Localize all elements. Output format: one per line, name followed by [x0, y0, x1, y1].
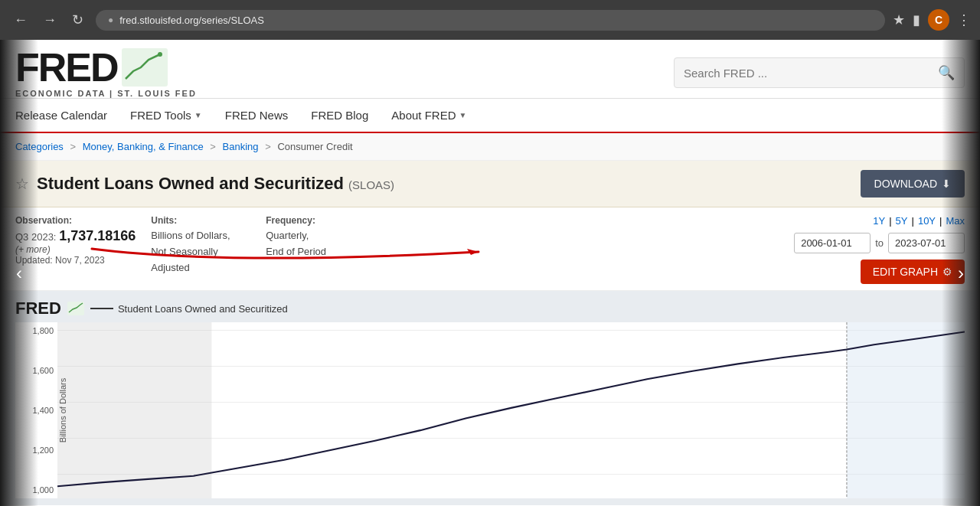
- nav-label-release-calendar: Release Calendar: [15, 109, 107, 122]
- fred-tools-dropdown-arrow: ▼: [194, 111, 202, 119]
- frequency-label: Frequency:: [266, 215, 358, 226]
- chart-svg: [57, 322, 965, 498]
- chart-y-axis: 1,800 1,600 1,400 1,200 1,000: [15, 322, 57, 498]
- url-text: fred.stlouisfed.org/series/SLOAS: [119, 15, 264, 26]
- nav-label-about-fred: About FRED: [391, 109, 456, 122]
- browser-chrome: ← → ↻ ● fred.stlouisfed.org/series/SLOAS…: [0, 0, 980, 40]
- chart-section: FRED Student Loans Owned and Securitized…: [0, 291, 980, 505]
- chart-legend: Student Loans Owned and Securitized: [90, 303, 288, 315]
- svg-rect-8: [57, 322, 211, 498]
- address-icon: ●: [108, 15, 113, 25]
- date-range-max[interactable]: Max: [946, 215, 965, 227]
- y-label-1400: 1,400: [19, 406, 54, 415]
- breadcrumb-money-banking[interactable]: Money, Banking, & Finance: [83, 141, 204, 152]
- breadcrumb: Categories > Money, Banking, & Finance >…: [0, 133, 980, 161]
- frequency-block: Frequency: Quarterly, End of Period: [266, 215, 373, 260]
- y-label-1800: 1,800: [19, 326, 54, 335]
- legend-line: [90, 308, 113, 309]
- series-header: ☆ Student Loans Owned and Securitized (S…: [0, 161, 980, 207]
- chart-logo-icon: [67, 302, 84, 315]
- frequency-value: Quarterly, End of Period: [266, 228, 358, 260]
- reload-button[interactable]: ↻: [67, 10, 88, 30]
- y-axis-title: Billions of Dollars: [58, 378, 67, 442]
- fred-chart-icon: [122, 48, 168, 87]
- fred-subtitle: ECONOMIC DATA | ST. LOUIS FED: [15, 89, 197, 98]
- breadcrumb-categories[interactable]: Categories: [15, 141, 64, 152]
- browser-nav-buttons: ← → ↻: [9, 10, 88, 30]
- fred-logo-area: FRED ECONOMIC DATA | ST. LOUIS FED: [15, 47, 197, 98]
- chart-area: 1,800 1,600 1,400 1,200 1,000 Billions o…: [15, 322, 965, 498]
- date-to-label: to: [875, 237, 884, 249]
- page-wrapper: ‹ FRED ECONOMIC DATA | ST. LOUIS FED 🔍: [0, 40, 980, 506]
- nav-label-fred-news: FRED News: [225, 109, 289, 122]
- back-button[interactable]: ←: [9, 11, 32, 30]
- about-fred-dropdown-arrow: ▼: [459, 111, 466, 119]
- date-range-10y[interactable]: 10Y: [918, 215, 936, 227]
- forward-button[interactable]: →: [38, 11, 61, 30]
- right-nav-arrow[interactable]: ›: [942, 235, 980, 312]
- observation-value: 1,737.18166: [59, 228, 136, 243]
- nav-label-fred-blog: FRED Blog: [311, 109, 368, 122]
- nav-item-about-fred[interactable]: About FRED ▼: [391, 100, 466, 131]
- units-label: Units:: [151, 215, 250, 226]
- bookmark-icon[interactable]: ★: [893, 11, 905, 28]
- units-value: Billions of Dollars, Not Seasonally Adju…: [151, 228, 250, 276]
- chart-canvas-area: Billions of Dollars: [57, 322, 965, 498]
- svg-rect-9: [847, 322, 965, 498]
- date-range-5y[interactable]: 5Y: [896, 215, 908, 227]
- date-range-1y[interactable]: 1Y: [873, 215, 885, 227]
- download-button[interactable]: DOWNLOAD ⬇: [861, 170, 965, 198]
- chart-header: FRED Student Loans Owned and Securitized: [15, 299, 965, 318]
- stats-controls-row: Observation: Q3 2023: 1,737.18166 (+ mor…: [0, 207, 980, 291]
- nav-item-fred-blog[interactable]: FRED Blog: [311, 100, 368, 131]
- date-inputs: to: [794, 233, 965, 253]
- search-icon-button[interactable]: 🔍: [938, 64, 955, 81]
- date-range-links: 1Y | 5Y | 10Y | Max: [873, 215, 965, 227]
- units-block: Units: Billions of Dollars, Not Seasonal…: [151, 215, 266, 276]
- fred-logo-text: FRED: [15, 47, 118, 87]
- breadcrumb-consumer-credit: Consumer Credit: [277, 141, 352, 152]
- svg-point-1: [158, 52, 162, 57]
- fred-search[interactable]: 🔍: [674, 57, 965, 88]
- browser-actions: ★ ▮ C ⋮: [893, 9, 971, 31]
- favorite-star-icon[interactable]: ☆: [15, 175, 29, 193]
- y-label-1600: 1,600: [19, 366, 54, 375]
- y-label-1000: 1,000: [19, 485, 54, 495]
- menu-icon[interactable]: ⋮: [957, 11, 971, 28]
- user-avatar[interactable]: C: [928, 9, 949, 31]
- fred-logo: FRED: [15, 47, 197, 87]
- address-bar[interactable]: ● fred.stlouisfed.org/series/SLOAS: [96, 10, 885, 31]
- date-from-input[interactable]: [794, 233, 871, 253]
- observation-label: Observation:: [15, 215, 136, 226]
- series-title-area: ☆ Student Loans Owned and Securitized (S…: [15, 174, 861, 194]
- legend-text: Student Loans Owned and Securitized: [118, 303, 288, 315]
- series-title: Student Loans Owned and Securitized (SLO…: [37, 174, 394, 194]
- nav-item-release-calendar[interactable]: Release Calendar: [15, 100, 107, 131]
- search-input[interactable]: [684, 67, 932, 80]
- main-content: FRED ECONOMIC DATA | ST. LOUIS FED 🔍 Rel…: [0, 40, 980, 506]
- breadcrumb-banking[interactable]: Banking: [223, 141, 259, 152]
- y-label-1200: 1,200: [19, 446, 54, 455]
- series-id: (SLOAS): [348, 178, 394, 191]
- sidebar-icon[interactable]: ▮: [913, 11, 920, 28]
- left-nav-arrow[interactable]: ‹: [0, 235, 38, 312]
- nav-item-fred-news[interactable]: FRED News: [225, 100, 289, 131]
- nav-label-fred-tools: FRED Tools: [130, 109, 191, 122]
- fred-header: FRED ECONOMIC DATA | ST. LOUIS FED 🔍: [0, 40, 980, 99]
- nav-item-fred-tools[interactable]: FRED Tools ▼: [130, 100, 202, 131]
- controls-col: 1Y | 5Y | 10Y | Max to EDIT GRAPH ⚙: [794, 215, 965, 284]
- download-icon: ⬇: [942, 178, 951, 190]
- fred-nav: Release Calendar FRED Tools ▼ FRED News …: [0, 99, 980, 133]
